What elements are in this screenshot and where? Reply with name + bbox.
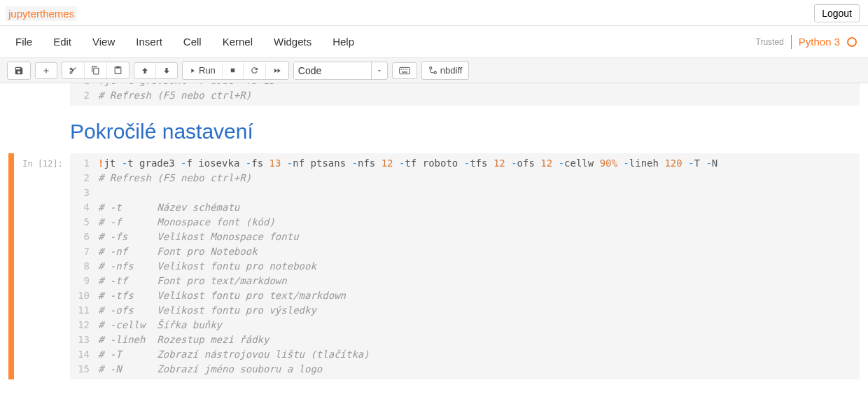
move-up-button[interactable] bbox=[134, 63, 155, 78]
notebook-area[interactable]: 1 2 !jt -t gruvboxl -f code -fs 13 # Ref… bbox=[0, 83, 868, 401]
menu-view[interactable]: View bbox=[92, 36, 115, 48]
restart-run-all-button[interactable] bbox=[265, 63, 288, 78]
menu-bar: File Edit View Insert Cell Kernel Widget… bbox=[15, 26, 354, 57]
menu-kernel[interactable]: Kernel bbox=[223, 36, 253, 48]
copy-button[interactable] bbox=[84, 62, 106, 78]
run-button[interactable]: Run bbox=[183, 62, 222, 79]
svg-rect-4 bbox=[407, 69, 407, 69]
code-cell[interactable]: In [12]: 1 2 3 4 5 6 7 8 9 10 11 12 13 1… bbox=[8, 153, 860, 379]
arrow-down-icon bbox=[162, 66, 171, 75]
markdown-heading: Pokročilé nastavení bbox=[70, 120, 860, 144]
paste-button[interactable] bbox=[106, 62, 129, 78]
kernel-name[interactable]: Python 3 bbox=[799, 36, 840, 48]
play-icon bbox=[189, 67, 196, 74]
menu-help[interactable]: Help bbox=[332, 36, 354, 48]
cell-selection-bar bbox=[8, 153, 14, 379]
svg-rect-3 bbox=[405, 69, 405, 69]
chevron-down-icon bbox=[376, 67, 383, 74]
menu-widgets[interactable]: Widgets bbox=[274, 36, 312, 48]
code-cell[interactable]: 1 2 !jt -t gruvboxl -f code -fs 13 # Ref… bbox=[8, 83, 860, 106]
cell-type-value: Code bbox=[294, 62, 371, 79]
nbdiff-label: nbdiff bbox=[440, 65, 463, 76]
logout-button[interactable]: Logout bbox=[814, 4, 860, 22]
svg-rect-2 bbox=[402, 69, 403, 69]
kernel-indicator-icon bbox=[847, 37, 857, 47]
code-editor[interactable]: !jt -t grade3 -f iosevka -fs 13 -nf ptsa… bbox=[98, 156, 860, 377]
plus-icon bbox=[42, 66, 50, 75]
svg-rect-5 bbox=[402, 71, 407, 72]
toolbar: Run Code nbdiff bbox=[0, 58, 868, 83]
fast-forward-icon bbox=[272, 66, 282, 75]
stop-button[interactable] bbox=[222, 63, 243, 78]
cut-button[interactable] bbox=[62, 62, 84, 78]
line-gutter: 1 2 bbox=[70, 83, 98, 103]
trusted-label: Trusted bbox=[756, 37, 784, 47]
menu-edit[interactable]: Edit bbox=[53, 36, 71, 48]
svg-rect-1 bbox=[401, 69, 402, 69]
save-button[interactable] bbox=[8, 62, 30, 79]
stop-icon bbox=[229, 66, 237, 74]
restart-icon bbox=[250, 66, 259, 75]
svg-rect-0 bbox=[400, 67, 410, 74]
keyboard-icon bbox=[399, 66, 410, 75]
cut-icon bbox=[69, 66, 78, 75]
cell-prompt: In [12]: bbox=[14, 153, 70, 379]
diff-icon bbox=[428, 66, 438, 75]
svg-point-7 bbox=[434, 71, 436, 74]
arrow-up-icon bbox=[141, 66, 149, 75]
markdown-cell[interactable]: Pokročilé nastavení bbox=[70, 120, 860, 144]
svg-point-6 bbox=[429, 67, 431, 69]
nbdiff-button[interactable]: nbdiff bbox=[422, 62, 469, 79]
code-editor[interactable]: !jt -t gruvboxl -f code -fs 13 # Refresh… bbox=[98, 83, 860, 103]
copy-icon bbox=[91, 66, 100, 75]
cell-prompt bbox=[14, 83, 70, 106]
command-palette-button[interactable] bbox=[393, 63, 416, 78]
run-label: Run bbox=[199, 65, 216, 76]
save-icon bbox=[14, 66, 24, 76]
cell-type-select[interactable]: Code bbox=[293, 62, 388, 80]
move-down-button[interactable] bbox=[155, 63, 177, 78]
notebook-title[interactable]: jupyterthemes bbox=[6, 6, 77, 21]
restart-button[interactable] bbox=[243, 62, 265, 78]
menu-cell[interactable]: Cell bbox=[183, 36, 202, 48]
kernel-separator bbox=[791, 35, 792, 49]
add-cell-button[interactable] bbox=[36, 63, 57, 78]
menu-insert[interactable]: Insert bbox=[136, 36, 162, 48]
paste-icon bbox=[113, 66, 122, 75]
menu-file[interactable]: File bbox=[15, 36, 32, 48]
line-gutter: 1 2 3 4 5 6 7 8 9 10 11 12 13 14 15 bbox=[70, 156, 98, 377]
